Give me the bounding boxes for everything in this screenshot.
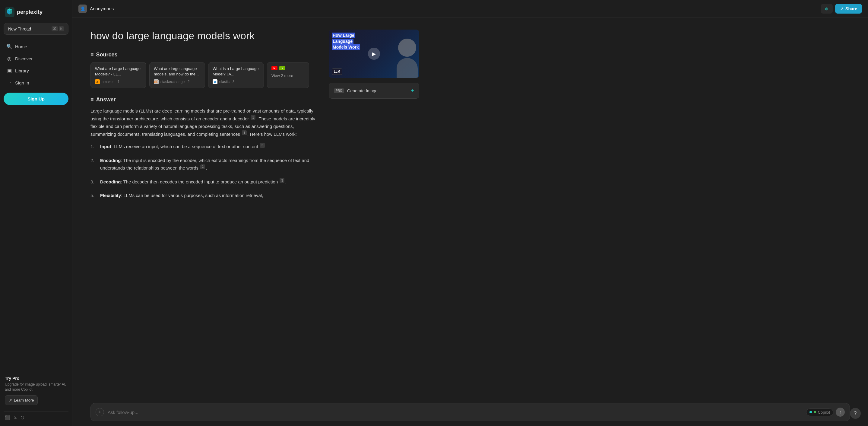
sources-header: ≡ Sources <box>91 52 320 58</box>
video-title-line2: Language <box>332 39 353 44</box>
more-options-button[interactable]: ... <box>808 4 818 13</box>
discover-icon: ◎ <box>7 56 12 61</box>
followup-add-button[interactable]: + <box>96 408 104 416</box>
new-thread-button[interactable]: New Thread ⌘ K <box>4 23 68 35</box>
learn-more-label: Learn More <box>14 398 34 402</box>
sidebar-item-home-label: Home <box>15 44 27 49</box>
stackexchange-favicon: SE <box>154 79 159 84</box>
flexibility-term: Flexibility <box>100 193 121 198</box>
pro-badge: PRO <box>334 88 344 93</box>
focus-button[interactable]: ⊛ <box>820 4 833 13</box>
twitter-icon[interactable]: 𝕏 <box>13 415 17 420</box>
decoding-term: Decoding <box>100 179 121 184</box>
llm-badge: LLM <box>332 68 342 75</box>
send-button[interactable]: ↑ <box>836 407 845 417</box>
content-area: how do large language models work ≡ Sour… <box>72 18 868 398</box>
video-title-line3: Models Work <box>332 44 360 50</box>
user-name-label: Anonymous <box>90 6 114 11</box>
sidebar-item-library[interactable]: ▣ Library <box>4 65 68 76</box>
focus-icon: ⊛ <box>825 6 829 11</box>
sidebar-item-discover[interactable]: ◎ Discover <box>4 53 68 64</box>
source-card-amazon[interactable]: What are Large Language Models? - LL... … <box>91 62 146 88</box>
share-button[interactable]: ↗ Share <box>835 4 862 13</box>
generate-image-left: PRO Generate Image <box>334 88 378 93</box>
sidebar-item-library-label: Library <box>15 68 29 73</box>
copilot-label: Copilot <box>818 410 830 415</box>
sidebar-item-signin-label: Sign In <box>15 80 29 85</box>
page-title: how do large language models work <box>91 30 320 42</box>
list-num-3: 3. <box>91 178 96 186</box>
help-button[interactable]: ? <box>850 408 861 419</box>
sidebar-item-home[interactable]: 🔍 Home <box>4 41 68 52</box>
video-thumbnail: How Large Language Models Work ▶ LLM <box>329 30 419 78</box>
learn-more-button[interactable]: ↗ Learn More <box>5 395 38 405</box>
list-text-input: Input: LLMs receive an input, which can … <box>100 143 267 151</box>
stackexchange-site-label: stackexchange · 2 <box>160 80 190 84</box>
list-num-2: 2. <box>91 157 96 172</box>
new-thread-label: New Thread <box>8 27 31 31</box>
list-text-encoding: Encoding: The input is encoded by the en… <box>100 157 320 172</box>
view-more-card[interactable]: ▶ N View 2 more <box>267 62 309 88</box>
sidebar-bottom: Try Pro Upgrade for image upload, smarte… <box>4 369 68 421</box>
kbd-shortcut: ⌘ K <box>52 26 64 31</box>
source-card-elastic[interactable]: What is a Large Language Model? | A... e… <box>208 62 264 88</box>
view-more-icons: ▶ N <box>272 66 305 70</box>
header-actions: ... ⊛ ↗ Share <box>808 4 862 13</box>
person-figure <box>395 36 419 78</box>
answer-body: Large language models (LLMs) are deep le… <box>91 107 320 200</box>
generate-image-add-icon[interactable]: + <box>410 87 414 94</box>
copilot-toggle[interactable]: Copilot <box>806 408 833 416</box>
followup-bar: + Copilot ↑ <box>72 398 868 426</box>
followup-icons: Copilot ↑ <box>806 407 845 417</box>
view-more-label: View 2 more <box>272 73 305 78</box>
download-icon[interactable]: ⬛ <box>5 415 10 420</box>
answer-section: ≡ Answer Large language models (LLMs) ar… <box>91 96 320 200</box>
citation-5: 3 <box>280 178 284 183</box>
answer-header: ≡ Answer <box>91 96 320 103</box>
encoding-term: Encoding <box>100 158 121 163</box>
play-button-icon[interactable]: ▶ <box>368 48 380 60</box>
main-area: 👤 Anonymous ... ⊛ ↗ Share how do large l… <box>72 0 868 426</box>
logo-area: perplexity <box>4 5 68 23</box>
citation-3: 3 <box>260 143 265 148</box>
list-item-flexibility: 5. Flexibility: LLMs can be used for var… <box>91 191 320 200</box>
source-meta-elastic: e elastic · 3 <box>213 79 259 84</box>
video-card[interactable]: How Large Language Models Work ▶ LLM <box>329 30 419 78</box>
sidebar-footer: ⬛ 𝕏 ⬡ <box>4 411 68 421</box>
list-item-input: 1. Input: LLMs receive an input, which c… <box>91 143 320 151</box>
list-item-decoding: 3. Decoding: The decoder then decodes th… <box>91 178 320 186</box>
discord-icon[interactable]: ⬡ <box>21 415 24 420</box>
citation-4: 1 <box>200 164 205 169</box>
source-title-elastic: What is a Large Language Model? | A... <box>213 66 259 77</box>
list-text-flexibility: Flexibility: LLMs can be used for variou… <box>100 191 263 200</box>
sidebar-item-signin[interactable]: → Sign In <box>4 77 68 88</box>
sources-icon: ≡ <box>91 52 94 58</box>
generate-image-label: Generate Image <box>347 88 378 93</box>
perplexity-logo-icon <box>5 7 14 17</box>
generate-image-card[interactable]: PRO Generate Image + <box>329 83 419 99</box>
sources-title: Sources <box>96 52 118 58</box>
answer-list: 1. Input: LLMs receive an input, which c… <box>91 143 320 200</box>
citation-2: 1 <box>242 130 247 135</box>
learn-more-arrow-icon: ↗ <box>9 398 12 402</box>
source-title-stackexchange: What are large language models, and how … <box>154 66 200 77</box>
sidebar: perplexity New Thread ⌘ K 🔍 Home ◎ Disco… <box>0 0 72 426</box>
nvidia-icon: N <box>279 66 285 70</box>
source-title-amazon: What are Large Language Models? - LL... <box>95 66 142 77</box>
home-icon: 🔍 <box>7 44 12 49</box>
user-area: 👤 Anonymous <box>79 4 114 13</box>
followup-input[interactable] <box>108 410 803 415</box>
main-header: 👤 Anonymous ... ⊛ ↗ Share <box>72 0 868 18</box>
sources-section: ≡ Sources What are Large Language Models… <box>91 52 320 88</box>
try-pro-section: Try Pro Upgrade for image upload, smarte… <box>4 373 68 407</box>
list-text-decoding: Decoding: The decoder then decodes the e… <box>100 178 286 186</box>
source-card-stackexchange[interactable]: What are large language models, and how … <box>149 62 205 88</box>
citation-1: 1 <box>251 115 255 120</box>
copilot-dot-green <box>814 411 816 413</box>
signup-button[interactable]: Sign Up <box>4 93 68 105</box>
sidebar-item-discover-label: Discover <box>15 56 33 61</box>
video-title-line1: How Large <box>332 33 355 38</box>
list-num-5: 5. <box>91 191 96 200</box>
input-term: Input <box>100 144 111 149</box>
elastic-favicon: e <box>213 79 217 84</box>
